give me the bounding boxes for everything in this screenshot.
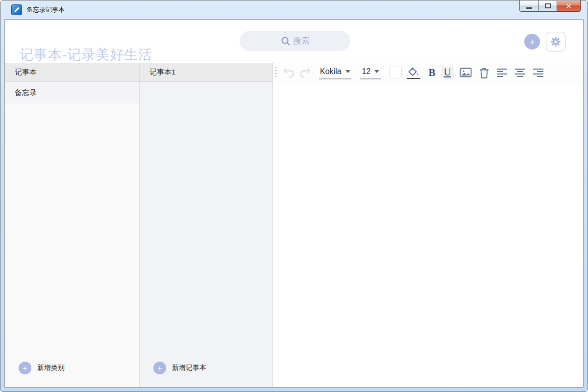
close-icon: ✕ bbox=[565, 2, 572, 10]
underline-button[interactable]: U bbox=[441, 66, 453, 79]
maximize-button[interactable] bbox=[538, 0, 557, 12]
toolbar-grip-handle[interactable] bbox=[275, 66, 277, 79]
bold-button[interactable]: B bbox=[428, 67, 435, 79]
main-area: 记事本 备忘录 + 新增类别 记事本1 + 新增记事本 bbox=[5, 63, 583, 387]
font-family-value: Kokila bbox=[320, 67, 342, 76]
align-right-icon bbox=[533, 68, 544, 77]
maximize-icon bbox=[545, 3, 551, 8]
category-column-header: 记事本 bbox=[5, 63, 139, 82]
align-left-button[interactable] bbox=[496, 68, 508, 77]
app-header: 记事本-记录美好生活 搜索 + bbox=[5, 20, 583, 63]
close-button[interactable]: ✕ bbox=[557, 0, 581, 12]
font-family-select[interactable]: Kokila bbox=[319, 66, 351, 79]
app-window: 备忘录记事本 ✕ 记事本-记录美好生活 搜索 + bbox=[0, 0, 588, 392]
window-title: 备忘录记事本 bbox=[26, 5, 65, 14]
insert-image-button[interactable] bbox=[460, 67, 472, 78]
titlebar[interactable]: 备忘录记事本 bbox=[0, 0, 588, 19]
align-center-button[interactable] bbox=[514, 68, 526, 77]
redo-button[interactable] bbox=[298, 67, 311, 78]
add-notebook-button[interactable]: + 新增记事本 bbox=[153, 362, 206, 374]
editor-toolbar: Kokila 12 B bbox=[273, 63, 583, 82]
chevron-down-icon bbox=[345, 70, 350, 73]
note-list-header[interactable]: 记事本1 bbox=[140, 63, 272, 82]
page-title: 记事本-记录美好生活 bbox=[20, 46, 152, 64]
align-right-button[interactable] bbox=[533, 68, 544, 77]
align-center-icon bbox=[514, 68, 526, 77]
undo-icon bbox=[283, 67, 295, 78]
chevron-down-icon bbox=[374, 70, 379, 73]
add-button[interactable]: + bbox=[524, 34, 540, 49]
editor-content[interactable] bbox=[273, 82, 583, 387]
plus-icon: + bbox=[529, 37, 535, 47]
window-controls: ✕ bbox=[520, 0, 581, 12]
plus-icon: + bbox=[153, 362, 166, 374]
undo-button[interactable] bbox=[283, 67, 295, 78]
trash-icon bbox=[479, 67, 490, 78]
add-category-button[interactable]: + 新增类别 bbox=[19, 362, 65, 374]
plus-icon: + bbox=[19, 362, 31, 374]
image-icon bbox=[460, 67, 472, 78]
fill-color-button[interactable] bbox=[407, 67, 420, 79]
delete-button[interactable] bbox=[479, 67, 490, 78]
align-left-icon bbox=[496, 68, 508, 77]
add-category-label: 新增类别 bbox=[37, 364, 65, 372]
minimize-button[interactable] bbox=[519, 0, 539, 12]
redo-icon bbox=[298, 67, 311, 78]
font-size-select[interactable]: 12 bbox=[360, 66, 382, 79]
search-placeholder: 搜索 bbox=[293, 35, 310, 47]
settings-button[interactable] bbox=[546, 32, 565, 51]
fill-color-icon bbox=[408, 67, 419, 77]
category-column: 记事本 备忘录 + 新增类别 bbox=[5, 63, 140, 387]
add-notebook-label: 新增记事本 bbox=[172, 364, 206, 372]
category-item-memo[interactable]: 备忘录 bbox=[5, 82, 139, 103]
pen-icon bbox=[13, 6, 20, 13]
search-icon bbox=[280, 36, 291, 47]
note-list-column: 记事本1 + 新增记事本 bbox=[140, 63, 273, 387]
editor-pane: Kokila 12 B bbox=[273, 63, 583, 387]
content-area: 记事本-记录美好生活 搜索 + bbox=[4, 19, 584, 388]
app-icon bbox=[11, 4, 22, 15]
minimize-icon bbox=[526, 7, 532, 9]
gear-icon bbox=[549, 35, 562, 48]
search-input[interactable]: 搜索 bbox=[240, 31, 350, 51]
font-size-value: 12 bbox=[362, 67, 371, 76]
font-color-swatch[interactable] bbox=[389, 67, 402, 78]
